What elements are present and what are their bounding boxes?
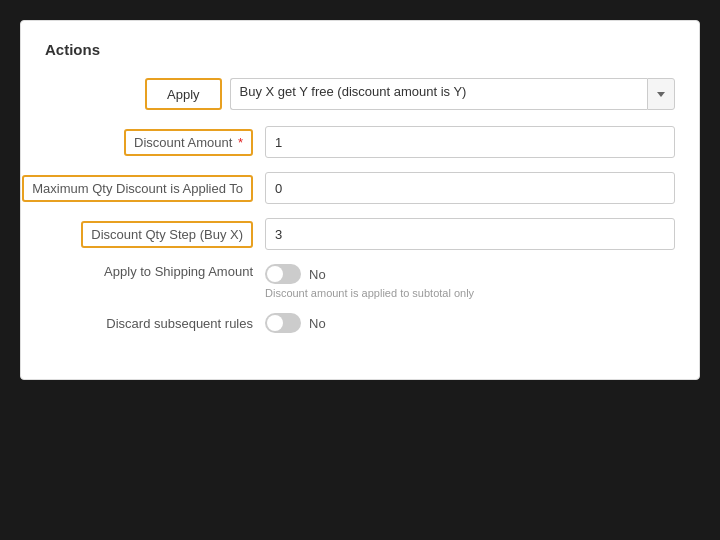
- discard-rules-toggle[interactable]: [265, 313, 301, 333]
- max-qty-label: Maximum Qty Discount is Applied To: [22, 175, 253, 202]
- apply-shipping-toggle-group: No: [265, 264, 675, 284]
- discount-qty-step-label-wrapper: Discount Qty Step (Buy X): [45, 221, 265, 248]
- actions-card: Actions Apply Buy X get Y free (discount…: [20, 20, 700, 380]
- apply-shipping-toggle-label: No: [309, 267, 326, 282]
- apply-shipping-label: Apply to Shipping Amount: [45, 264, 265, 279]
- discount-qty-step-input[interactable]: [265, 218, 675, 250]
- discount-qty-step-row: Discount Qty Step (Buy X): [45, 218, 675, 250]
- apply-dropdown-arrow-button[interactable]: [647, 78, 675, 110]
- discard-rules-input-cell: No: [265, 313, 675, 333]
- discard-rules-label: Discard subsequent rules: [45, 316, 265, 331]
- apply-shipping-input-cell: No Discount amount is applied to subtota…: [265, 264, 675, 299]
- max-qty-row: Maximum Qty Discount is Applied To: [45, 172, 675, 204]
- apply-dropdown-display: Buy X get Y free (discount amount is Y): [230, 78, 647, 110]
- apply-button[interactable]: Apply: [145, 78, 222, 110]
- apply-shipping-slider: [265, 264, 301, 284]
- apply-shipping-toggle[interactable]: [265, 264, 301, 284]
- max-qty-input[interactable]: [265, 172, 675, 204]
- discount-qty-step-label: Discount Qty Step (Buy X): [81, 221, 253, 248]
- apply-shipping-hint: Discount amount is applied to subtotal o…: [265, 287, 675, 299]
- discount-amount-input[interactable]: [265, 126, 675, 158]
- discard-rules-toggle-group: No: [265, 313, 675, 333]
- discard-rules-slider: [265, 313, 301, 333]
- apply-row: Apply Buy X get Y free (discount amount …: [45, 78, 675, 110]
- chevron-down-icon: [657, 92, 665, 97]
- discard-rules-toggle-label: No: [309, 316, 326, 331]
- section-title: Actions: [45, 41, 675, 58]
- discount-qty-step-input-cell: [265, 218, 675, 250]
- discard-rules-row: Discard subsequent rules No: [45, 313, 675, 333]
- discount-amount-row: Discount Amount *: [45, 126, 675, 158]
- discount-amount-label-wrapper: Discount Amount *: [45, 129, 265, 156]
- max-qty-label-wrapper: Maximum Qty Discount is Applied To: [45, 175, 265, 202]
- apply-shipping-row: Apply to Shipping Amount No Discount amo…: [45, 264, 675, 299]
- apply-dropdown-group: Buy X get Y free (discount amount is Y): [230, 78, 675, 110]
- required-star: *: [234, 135, 243, 150]
- discount-amount-input-cell: [265, 126, 675, 158]
- max-qty-input-cell: [265, 172, 675, 204]
- discount-amount-label: Discount Amount *: [124, 129, 253, 156]
